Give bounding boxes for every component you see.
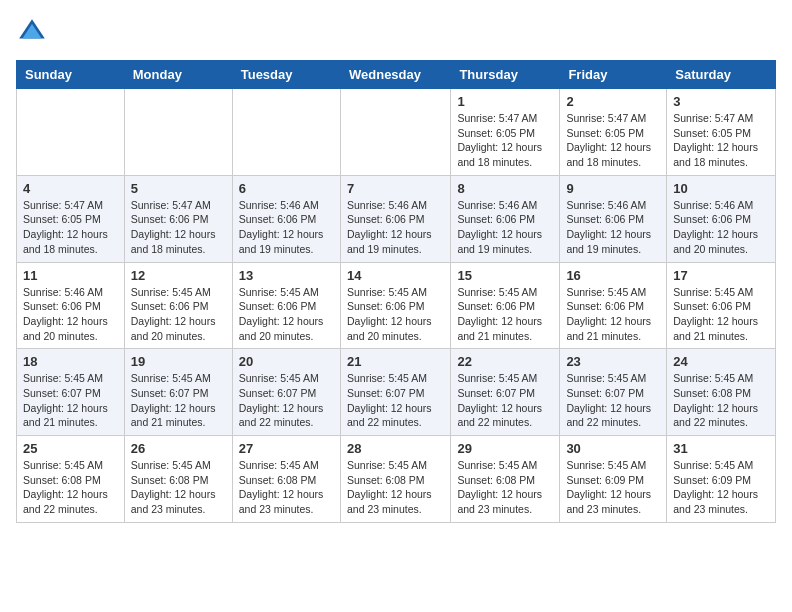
day-info: Sunrise: 5:45 AM Sunset: 6:07 PM Dayligh… [566, 371, 660, 430]
day-info: Sunrise: 5:45 AM Sunset: 6:07 PM Dayligh… [457, 371, 553, 430]
day-info: Sunrise: 5:45 AM Sunset: 6:09 PM Dayligh… [566, 458, 660, 517]
day-info: Sunrise: 5:46 AM Sunset: 6:06 PM Dayligh… [347, 198, 444, 257]
day-info: Sunrise: 5:47 AM Sunset: 6:05 PM Dayligh… [566, 111, 660, 170]
calendar-cell: 17Sunrise: 5:45 AM Sunset: 6:06 PM Dayli… [667, 262, 776, 349]
day-info: Sunrise: 5:47 AM Sunset: 6:05 PM Dayligh… [457, 111, 553, 170]
calendar-cell: 16Sunrise: 5:45 AM Sunset: 6:06 PM Dayli… [560, 262, 667, 349]
calendar-cell [340, 89, 450, 176]
calendar-cell: 2Sunrise: 5:47 AM Sunset: 6:05 PM Daylig… [560, 89, 667, 176]
day-number: 9 [566, 181, 660, 196]
day-number: 3 [673, 94, 769, 109]
calendar-cell: 25Sunrise: 5:45 AM Sunset: 6:08 PM Dayli… [17, 436, 125, 523]
day-info: Sunrise: 5:45 AM Sunset: 6:09 PM Dayligh… [673, 458, 769, 517]
day-number: 30 [566, 441, 660, 456]
calendar-cell: 19Sunrise: 5:45 AM Sunset: 6:07 PM Dayli… [124, 349, 232, 436]
day-info: Sunrise: 5:47 AM Sunset: 6:05 PM Dayligh… [23, 198, 118, 257]
calendar-cell: 28Sunrise: 5:45 AM Sunset: 6:08 PM Dayli… [340, 436, 450, 523]
calendar-week-row: 18Sunrise: 5:45 AM Sunset: 6:07 PM Dayli… [17, 349, 776, 436]
calendar-cell: 24Sunrise: 5:45 AM Sunset: 6:08 PM Dayli… [667, 349, 776, 436]
day-info: Sunrise: 5:45 AM Sunset: 6:08 PM Dayligh… [239, 458, 334, 517]
day-number: 25 [23, 441, 118, 456]
day-number: 5 [131, 181, 226, 196]
logo [16, 16, 52, 48]
day-info: Sunrise: 5:46 AM Sunset: 6:06 PM Dayligh… [673, 198, 769, 257]
day-number: 27 [239, 441, 334, 456]
day-number: 14 [347, 268, 444, 283]
day-number: 12 [131, 268, 226, 283]
day-number: 10 [673, 181, 769, 196]
calendar-cell: 11Sunrise: 5:46 AM Sunset: 6:06 PM Dayli… [17, 262, 125, 349]
weekday-header-row: SundayMondayTuesdayWednesdayThursdayFrid… [17, 61, 776, 89]
day-info: Sunrise: 5:45 AM Sunset: 6:07 PM Dayligh… [23, 371, 118, 430]
day-number: 6 [239, 181, 334, 196]
calendar-cell: 3Sunrise: 5:47 AM Sunset: 6:05 PM Daylig… [667, 89, 776, 176]
calendar-week-row: 4Sunrise: 5:47 AM Sunset: 6:05 PM Daylig… [17, 175, 776, 262]
calendar-week-row: 1Sunrise: 5:47 AM Sunset: 6:05 PM Daylig… [17, 89, 776, 176]
day-number: 11 [23, 268, 118, 283]
day-number: 2 [566, 94, 660, 109]
day-info: Sunrise: 5:45 AM Sunset: 6:08 PM Dayligh… [347, 458, 444, 517]
day-number: 31 [673, 441, 769, 456]
calendar-cell: 18Sunrise: 5:45 AM Sunset: 6:07 PM Dayli… [17, 349, 125, 436]
calendar-cell: 10Sunrise: 5:46 AM Sunset: 6:06 PM Dayli… [667, 175, 776, 262]
calendar-cell: 6Sunrise: 5:46 AM Sunset: 6:06 PM Daylig… [232, 175, 340, 262]
day-info: Sunrise: 5:45 AM Sunset: 6:08 PM Dayligh… [23, 458, 118, 517]
calendar-cell: 26Sunrise: 5:45 AM Sunset: 6:08 PM Dayli… [124, 436, 232, 523]
calendar-cell: 1Sunrise: 5:47 AM Sunset: 6:05 PM Daylig… [451, 89, 560, 176]
calendar-cell: 7Sunrise: 5:46 AM Sunset: 6:06 PM Daylig… [340, 175, 450, 262]
day-number: 20 [239, 354, 334, 369]
weekday-header: Wednesday [340, 61, 450, 89]
weekday-header: Friday [560, 61, 667, 89]
calendar-cell: 15Sunrise: 5:45 AM Sunset: 6:06 PM Dayli… [451, 262, 560, 349]
day-number: 7 [347, 181, 444, 196]
calendar-cell: 23Sunrise: 5:45 AM Sunset: 6:07 PM Dayli… [560, 349, 667, 436]
day-number: 24 [673, 354, 769, 369]
calendar-cell: 4Sunrise: 5:47 AM Sunset: 6:05 PM Daylig… [17, 175, 125, 262]
day-number: 17 [673, 268, 769, 283]
calendar-cell [17, 89, 125, 176]
weekday-header: Thursday [451, 61, 560, 89]
day-number: 4 [23, 181, 118, 196]
page-header [16, 16, 776, 48]
day-number: 22 [457, 354, 553, 369]
day-info: Sunrise: 5:45 AM Sunset: 6:08 PM Dayligh… [457, 458, 553, 517]
day-info: Sunrise: 5:45 AM Sunset: 6:06 PM Dayligh… [457, 285, 553, 344]
day-number: 8 [457, 181, 553, 196]
calendar-cell: 12Sunrise: 5:45 AM Sunset: 6:06 PM Dayli… [124, 262, 232, 349]
calendar-cell: 29Sunrise: 5:45 AM Sunset: 6:08 PM Dayli… [451, 436, 560, 523]
calendar-cell: 20Sunrise: 5:45 AM Sunset: 6:07 PM Dayli… [232, 349, 340, 436]
calendar-cell: 22Sunrise: 5:45 AM Sunset: 6:07 PM Dayli… [451, 349, 560, 436]
day-info: Sunrise: 5:46 AM Sunset: 6:06 PM Dayligh… [566, 198, 660, 257]
day-info: Sunrise: 5:45 AM Sunset: 6:06 PM Dayligh… [673, 285, 769, 344]
day-info: Sunrise: 5:45 AM Sunset: 6:08 PM Dayligh… [673, 371, 769, 430]
calendar-cell: 27Sunrise: 5:45 AM Sunset: 6:08 PM Dayli… [232, 436, 340, 523]
calendar-cell: 21Sunrise: 5:45 AM Sunset: 6:07 PM Dayli… [340, 349, 450, 436]
day-number: 23 [566, 354, 660, 369]
day-info: Sunrise: 5:45 AM Sunset: 6:06 PM Dayligh… [566, 285, 660, 344]
day-info: Sunrise: 5:45 AM Sunset: 6:07 PM Dayligh… [239, 371, 334, 430]
weekday-header: Saturday [667, 61, 776, 89]
day-info: Sunrise: 5:46 AM Sunset: 6:06 PM Dayligh… [239, 198, 334, 257]
calendar-week-row: 11Sunrise: 5:46 AM Sunset: 6:06 PM Dayli… [17, 262, 776, 349]
day-info: Sunrise: 5:45 AM Sunset: 6:06 PM Dayligh… [131, 285, 226, 344]
calendar-cell: 8Sunrise: 5:46 AM Sunset: 6:06 PM Daylig… [451, 175, 560, 262]
day-number: 28 [347, 441, 444, 456]
calendar-cell: 5Sunrise: 5:47 AM Sunset: 6:06 PM Daylig… [124, 175, 232, 262]
calendar-week-row: 25Sunrise: 5:45 AM Sunset: 6:08 PM Dayli… [17, 436, 776, 523]
day-info: Sunrise: 5:46 AM Sunset: 6:06 PM Dayligh… [23, 285, 118, 344]
calendar-cell: 14Sunrise: 5:45 AM Sunset: 6:06 PM Dayli… [340, 262, 450, 349]
day-number: 21 [347, 354, 444, 369]
calendar-cell [232, 89, 340, 176]
weekday-header: Monday [124, 61, 232, 89]
day-number: 1 [457, 94, 553, 109]
calendar-table: SundayMondayTuesdayWednesdayThursdayFrid… [16, 60, 776, 523]
logo-icon [16, 16, 48, 48]
day-info: Sunrise: 5:45 AM Sunset: 6:06 PM Dayligh… [239, 285, 334, 344]
day-number: 15 [457, 268, 553, 283]
day-number: 29 [457, 441, 553, 456]
weekday-header: Tuesday [232, 61, 340, 89]
weekday-header: Sunday [17, 61, 125, 89]
day-info: Sunrise: 5:47 AM Sunset: 6:05 PM Dayligh… [673, 111, 769, 170]
day-info: Sunrise: 5:45 AM Sunset: 6:08 PM Dayligh… [131, 458, 226, 517]
day-info: Sunrise: 5:45 AM Sunset: 6:07 PM Dayligh… [131, 371, 226, 430]
